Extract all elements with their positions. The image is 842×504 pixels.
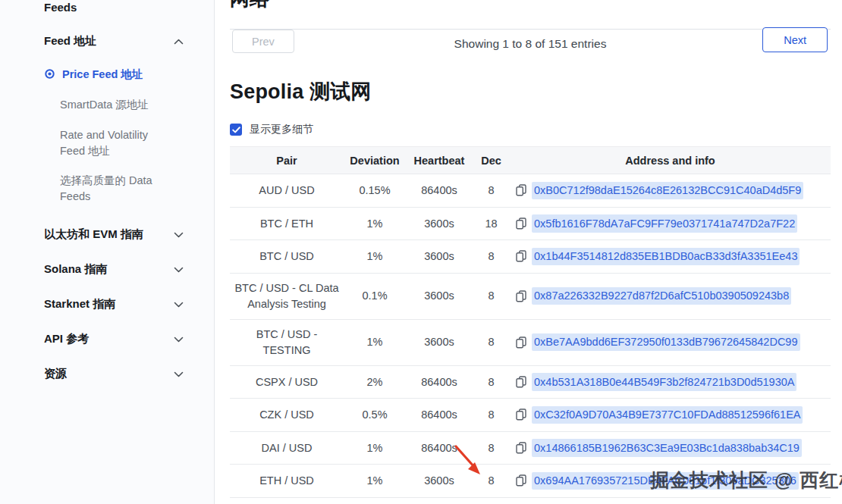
show-details-checkbox[interactable] [230, 124, 242, 136]
column-header-dec: Dec [473, 147, 510, 174]
dec-cell: 18 [473, 207, 510, 240]
pair-cell: BTC / USD - TESTING [230, 319, 344, 365]
chevron-down-icon [174, 302, 184, 308]
copy-icon[interactable] [516, 409, 526, 421]
heartbeat-cell: 3600s [406, 273, 473, 319]
copy-icon[interactable] [516, 250, 526, 262]
checkmark-icon [232, 127, 240, 133]
table-row: CSPX / USD 2% 86400s 8 0x4b531A318B0e44B… [230, 365, 831, 399]
deviation-cell: 2% [344, 365, 406, 399]
price-feeds-table: Pair Deviation Heartbeat Dec Address and… [230, 146, 831, 504]
address-link[interactable]: 0x1b44F3514812d835EB1BDB0acB33d3fA3351Ee… [532, 248, 800, 266]
sidebar-item-rate-volatility[interactable]: Rate and Volatility Feed 地址 [44, 127, 169, 159]
sidebar-section-evm-guide[interactable]: 以太坊和 EVM 指南 [44, 227, 214, 242]
sidebar-section-label: API 参考 [44, 332, 89, 346]
copy-icon[interactable] [516, 184, 526, 196]
pair-cell: CZK / USD [230, 399, 344, 432]
show-details-label: 显示更多细节 [250, 123, 313, 136]
sidebar-section-label: Solana 指南 [44, 262, 107, 277]
table-body: AUD / USD 0.15% 86400s 8 0xB0C712f98daE1… [230, 174, 831, 504]
pair-cell: CSPX / USD [230, 365, 344, 399]
sidebar-section-api-reference[interactable]: API 参考 [44, 332, 214, 346]
address-link[interactable]: 0x5fb1616F78dA7aFC9FF79e0371741a747D2a7F… [532, 214, 797, 233]
copy-icon[interactable] [516, 376, 526, 388]
address-link[interactable]: 0xC32f0A9D70A34B9E7377C10FDAd88512596f61… [532, 406, 803, 424]
dec-cell: 8 [473, 431, 510, 465]
address-link[interactable]: 0xBe7AA9bdd6EF372950f0133dB79672645842DC… [532, 333, 800, 352]
heartbeat-cell: 86400s [406, 399, 473, 432]
dec-cell: 8 [473, 240, 510, 274]
chevron-down-icon [174, 337, 184, 343]
deviation-cell: 1% [344, 465, 406, 498]
address-cell: 0x5fb1616F78dA7aFC9FF79e0371741a747D2a7F… [510, 207, 831, 240]
deviation-cell: 0.15% [344, 174, 406, 208]
address-cell: 0x1b44F3514812d835EB1BDB0acB33d3fA3351Ee… [510, 240, 831, 274]
copy-icon[interactable] [516, 218, 526, 230]
sidebar-section-resources[interactable]: 资源 [44, 367, 214, 381]
address-cell: 0xC32f0A9D70A34B9E7377C10FDAd88512596f61… [510, 399, 831, 432]
page-title: Sepolia 测试网 [230, 78, 831, 105]
address-link[interactable]: 0xB0C712f98daE15264c8E26132BCC91C40aD4d5… [532, 182, 803, 200]
sidebar-item-select-quality-feeds[interactable]: 选择高质量的 Data Feeds [44, 173, 169, 205]
chevron-down-icon [174, 267, 184, 273]
table-row: BTC / USD - CL Data Analysis Testing 0.1… [230, 273, 831, 319]
sidebar-section-label: Feed 地址 [44, 34, 96, 49]
address-cell: 0x1a81afB8146aeFfCFc5E50e8479e826E7D55b9… [510, 497, 831, 504]
heartbeat-cell: 86400s [406, 365, 473, 399]
sidebar-section-label: 以太坊和 EVM 指南 [44, 227, 143, 242]
pair-cell: BTC / ETH [230, 207, 344, 240]
sidebar-section-label: Feeds [44, 1, 77, 14]
dec-cell: 8 [473, 273, 510, 319]
deviation-cell: 1% [344, 207, 406, 240]
pair-cell: BTC / USD [230, 240, 344, 274]
sidebar-section-starknet-guide[interactable]: Starknet 指南 [44, 297, 214, 311]
dec-cell: 8 [473, 497, 510, 504]
chevron-down-icon [174, 371, 184, 377]
next-button[interactable]: Next [762, 27, 828, 52]
address-cell: 0x87a226332B9227d87f2D6afC510b0390509243… [510, 273, 831, 319]
heartbeat-cell: 3600s [406, 240, 473, 274]
deviation-cell: 0.5% [344, 497, 406, 504]
sidebar-item-price-feed-addresses[interactable]: Price Feed 地址 [44, 67, 214, 82]
address-cell: 0xBe7AA9bdd6EF372950f0133dB79672645842DC… [510, 319, 831, 365]
heartbeat-cell: 3600s [406, 319, 473, 365]
sidebar-section-label: 资源 [44, 367, 67, 381]
copy-icon[interactable] [516, 474, 526, 487]
dec-cell: 8 [473, 174, 510, 208]
address-link[interactable]: 0x87a226332B9227d87f2D6afC510b0390509243… [532, 287, 791, 305]
address-cell: 0xB0C712f98daE15264c8E26132BCC91C40aD4d5… [510, 174, 831, 208]
column-header-pair: Pair [230, 147, 344, 174]
address-link[interactable]: 0x694AA1769357215DE4FAC081bf1f309aDC3253… [532, 472, 799, 490]
sidebar-item-label: Price Feed 地址 [62, 67, 143, 82]
sidebar-item-smartdata[interactable]: SmartData 源地址 [44, 97, 214, 113]
deviation-cell: 0.1% [344, 273, 406, 319]
deviation-cell: 1% [344, 319, 406, 365]
copy-icon[interactable] [516, 337, 526, 349]
table-row: BTC / USD 1% 3600s 8 0x1b44F3514812d835E… [230, 240, 831, 274]
copy-icon[interactable] [516, 290, 526, 302]
sidebar-section-label: Starknet 指南 [44, 297, 115, 311]
copy-icon[interactable] [516, 442, 526, 454]
deviation-cell: 1% [344, 240, 406, 274]
address-link[interactable]: 0x14866185B1962B63C3Ea9E03Bc1da838bab34C… [532, 439, 802, 457]
pair-cell: BTC / USD - CL Data Analysis Testing [230, 273, 344, 319]
address-link[interactable]: 0x4b531A318B0e44B549F3b2f824721b3D0d5193… [532, 373, 796, 391]
deviation-cell: 0.5% [344, 399, 406, 432]
table-row: AUD / USD 0.15% 86400s 8 0xB0C712f98daE1… [230, 174, 831, 208]
main-content: 网络 Prev Showing 1 to 8 of 151 entries Ne… [230, 0, 831, 504]
sidebar-section-solana-guide[interactable]: Solana 指南 [44, 262, 214, 277]
show-details-row: 显示更多细节 [230, 123, 831, 136]
chevron-up-icon [174, 39, 184, 45]
pair-cell: DAI / USD [230, 431, 344, 465]
table-row: CZK / USD 0.5% 86400s 8 0xC32f0A9D70A34B… [230, 399, 831, 432]
table-row: DAI / USD 1% 86400s 8 0x14866185B1962B63… [230, 431, 831, 465]
sidebar-section-feeds[interactable]: Feeds [44, 1, 214, 14]
column-header-heartbeat: Heartbeat [406, 147, 473, 174]
sidebar-section-feed-address[interactable]: Feed 地址 [44, 34, 214, 49]
pair-cell: ETH / USD [230, 465, 344, 498]
table-row: BTC / USD - TESTING 1% 3600s 8 0xBe7AA9b… [230, 319, 831, 365]
pair-cell: EUR / USD [230, 497, 344, 504]
dec-cell: 8 [473, 465, 510, 498]
dec-cell: 8 [473, 365, 510, 399]
column-header-deviation: Deviation [344, 147, 406, 174]
